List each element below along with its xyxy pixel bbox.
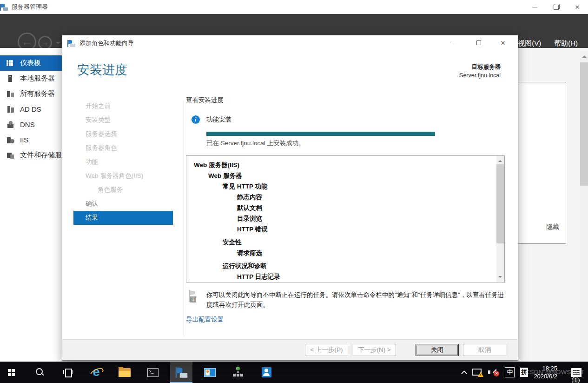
dashboard-icon — [7, 60, 14, 67]
sidebar-item-ad-ds[interactable]: AD DS — [0, 101, 62, 117]
tree-item: 目录浏览 — [194, 213, 504, 224]
main-scrollbar-thumb[interactable] — [580, 62, 588, 186]
server-manager-taskbar-button[interactable] — [170, 362, 192, 383]
server-manager-icon — [0, 4, 8, 11]
close-wizard-button[interactable]: 关闭 — [416, 344, 459, 356]
ad-tree-icon — [233, 367, 243, 378]
step-confirmation: 确认 — [73, 197, 173, 211]
sidebar-item-local-server[interactable]: 本地服务器 — [0, 71, 62, 86]
component-tree: Web 服务器(IIS) Web 服务器 常见 HTTP 功能 静态内容 默认文… — [186, 156, 504, 282]
ime-language-indicator[interactable]: 中 — [505, 367, 515, 377]
wizard-window-controls — [443, 36, 515, 49]
menu-view[interactable]: 视图(V) — [518, 39, 541, 48]
task-view-button[interactable] — [57, 362, 79, 383]
install-success-text: 已在 Server.fjnu.local 上安装成功。 — [206, 139, 505, 148]
scroll-up-icon[interactable] — [582, 53, 587, 58]
server-manager-icon — [175, 367, 187, 378]
tree-item: 运行状况和诊断 — [194, 261, 504, 271]
restore-icon — [554, 5, 559, 10]
step-server-selection: 服务器选择 — [73, 127, 173, 141]
wizard-close-button[interactable] — [491, 36, 515, 49]
file-explorer-icon — [119, 368, 131, 377]
note-text: 你可以关闭此向导而不中断正在运行的任务。请依次单击命令栏中的"通知"和"任务详细… — [206, 290, 505, 309]
note-row: 1 你可以关闭此向导而不中断正在运行的任务。请依次单击命令栏中的"通知"和"任务… — [186, 290, 505, 309]
step-results[interactable]: 结果 — [73, 211, 173, 225]
task-view-icon — [63, 369, 73, 376]
admin-tool-button[interactable] — [198, 362, 221, 383]
list-scrollbar[interactable] — [496, 156, 504, 282]
wizard-minimize-button[interactable] — [443, 36, 467, 49]
hide-button[interactable]: 隐藏 — [546, 223, 559, 231]
next-button[interactable]: 下一步(N) > — [353, 344, 396, 356]
window-controls — [524, 0, 588, 14]
main-scrollbar[interactable] — [580, 51, 588, 362]
window-title: 服务器管理器 — [12, 3, 48, 11]
sidebar-item-dns[interactable]: DNS — [0, 117, 62, 132]
sidebar-item-dashboard[interactable]: 仪表板 — [0, 55, 62, 71]
scroll-down-icon[interactable] — [498, 276, 502, 280]
ad-users-button[interactable] — [255, 362, 277, 383]
sidebar-item-label: 仪表板 — [20, 59, 41, 67]
ad-ds-icon — [7, 106, 14, 113]
maximize-icon — [476, 40, 481, 45]
contacts-icon — [262, 367, 271, 377]
step-role-services: 角色服务 — [73, 183, 173, 197]
add-roles-features-wizard: 添加角色和功能向导 安装进度 目标服务器 Server.fjnu.local 开… — [62, 35, 518, 361]
close-button[interactable] — [567, 0, 588, 14]
wizard-page-title: 安装进度 — [77, 61, 127, 78]
close-icon — [575, 4, 580, 11]
wizard-content: 查看安装进度 i 功能安装 已在 Server.fjnu.local 上安装成功… — [186, 96, 505, 324]
close-icon — [501, 39, 506, 47]
feature-install-row: i 功能安装 — [192, 115, 505, 124]
export-settings-link[interactable]: 导出配置设置 — [186, 316, 224, 324]
menu-help[interactable]: 帮助(H) — [554, 39, 578, 48]
target-server-block: 目标服务器 Server.fjnu.local — [459, 63, 501, 79]
dns-icon — [7, 121, 14, 128]
file-explorer-button[interactable] — [113, 362, 136, 383]
previous-button[interactable]: < 上一步(P) — [305, 344, 348, 356]
sidebar-item-file-storage[interactable]: 文件和存储服务 — [0, 148, 62, 163]
feature-install-label: 功能安装 — [206, 115, 231, 124]
minimize-icon — [452, 43, 457, 43]
cancel-button[interactable]: 取消 — [463, 344, 506, 356]
wizard-maximize-button[interactable] — [467, 36, 491, 49]
tray-overflow-icon[interactable] — [462, 370, 467, 375]
sidebar-item-iis[interactable]: IIS — [0, 132, 62, 148]
nav-history-caret-icon[interactable] — [56, 42, 60, 47]
notification-flag-icon: 1 — [188, 290, 201, 304]
windows-start-icon — [8, 369, 15, 376]
restore-button[interactable] — [545, 0, 567, 14]
ad-sites-button[interactable] — [227, 362, 249, 383]
sidebar-item-label: 所有服务器 — [20, 89, 55, 98]
internet-explorer-button[interactable]: e — [85, 362, 107, 383]
volume-muted-icon[interactable] — [488, 368, 499, 376]
wizard-footer: < 上一步(P) 下一步(N) > 关闭 取消 — [62, 339, 518, 360]
tree-item: Web 服务器(IIS) — [194, 160, 504, 170]
sidebar-item-all-servers[interactable]: 所有服务器 — [0, 86, 62, 101]
minimize-button[interactable] — [524, 0, 545, 14]
target-server-label: 目标服务器 — [459, 63, 501, 71]
admin-tool-icon — [204, 368, 216, 377]
notification-badge: 1 — [190, 296, 196, 302]
start-button[interactable] — [0, 362, 22, 383]
step-features: 功能 — [73, 155, 173, 169]
screen: 服务器管理器 ← → 服务器管理器 仪表板 ⟳ | 管理(M) 工具(T) 视图… — [0, 0, 588, 383]
install-progress-bar — [206, 132, 435, 136]
sidebar-item-label: AD DS — [20, 105, 41, 113]
tree-item: 常见 HTTP 功能 — [194, 181, 504, 192]
internet-explorer-icon: e — [90, 366, 102, 378]
dashboard-card: 隐藏 — [517, 82, 566, 244]
search-button[interactable] — [28, 362, 51, 383]
tree-item: 默认文档 — [194, 202, 504, 213]
scroll-up-icon[interactable] — [498, 158, 502, 162]
step-server-roles: 服务器角色 — [73, 141, 173, 155]
installed-components-list[interactable]: Web 服务器(IIS) Web 服务器 常见 HTTP 功能 静态内容 默认文… — [186, 155, 505, 282]
command-prompt-button[interactable]: >_ — [142, 362, 164, 383]
list-scrollbar-thumb[interactable] — [496, 164, 504, 243]
network-warning-icon[interactable] — [472, 368, 482, 376]
command-prompt-icon: >_ — [147, 368, 159, 377]
step-installation-type: 安装类型 — [73, 113, 173, 127]
watermark-text: CSDN @NOWSHUT — [525, 369, 584, 376]
sidebar-item-label: 本地服务器 — [20, 74, 55, 83]
all-servers-icon — [7, 90, 14, 98]
